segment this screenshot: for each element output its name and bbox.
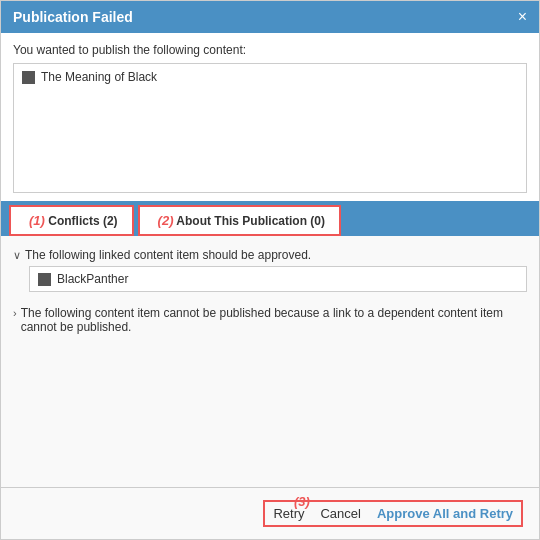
chevron-down-icon: ∨ [13, 249, 21, 262]
conflict-header-1[interactable]: ∨ The following linked content item shou… [13, 244, 527, 266]
conflict-item-name: BlackPanther [57, 272, 128, 286]
tab-about-label: About This Publication (0) [176, 214, 325, 228]
close-button[interactable]: × [518, 9, 527, 25]
annotation-3: (3) [294, 494, 310, 509]
page-icon [22, 71, 35, 84]
content-label: You wanted to publish the following cont… [13, 43, 527, 57]
conflict-header-2-text: The following content item cannot be pub… [21, 306, 527, 334]
conflict-group-1: ∨ The following linked content item shou… [13, 244, 527, 292]
conflicts-section: ∨ The following linked content item shou… [1, 236, 539, 487]
tab-conflicts[interactable]: (1) Conflicts (2) [9, 205, 134, 236]
conflict-item-1: BlackPanther [29, 266, 527, 292]
content-section: You wanted to publish the following cont… [1, 33, 539, 201]
conflict-item-icon [38, 273, 51, 286]
tab-about[interactable]: (2) About This Publication (0) [138, 205, 341, 236]
content-list-item: The Meaning of Black [22, 70, 518, 84]
annotation-2: (2) [158, 213, 174, 228]
modal-header: Publication Failed × [1, 1, 539, 33]
conflict-header-1-text: The following linked content item should… [25, 248, 311, 262]
conflict-group-2: › The following content item cannot be p… [13, 302, 527, 338]
content-item-name: The Meaning of Black [41, 70, 157, 84]
modal-title: Publication Failed [13, 9, 133, 25]
cancel-button[interactable]: Cancel [312, 502, 368, 525]
tabs-bar: (1) Conflicts (2) (2) About This Publica… [1, 201, 539, 236]
modal-container: Publication Failed × You wanted to publi… [0, 0, 540, 540]
annotation-1: (1) [29, 213, 45, 228]
approve-all-button[interactable]: Approve All and Retry [369, 502, 521, 525]
conflict-header-2: › The following content item cannot be p… [13, 302, 527, 338]
right-arrow-icon: › [13, 307, 17, 319]
content-list-box: The Meaning of Black [13, 63, 527, 193]
modal-footer: (3) Retry Cancel Approve All and Retry [1, 487, 539, 539]
modal-body: You wanted to publish the following cont… [1, 33, 539, 487]
tab-conflicts-label: Conflicts (2) [48, 214, 117, 228]
